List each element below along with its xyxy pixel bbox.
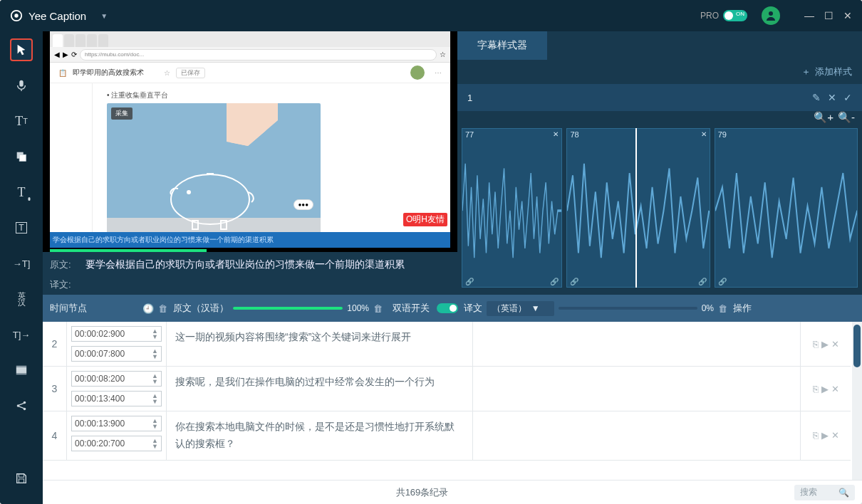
play-icon[interactable]: ▶ bbox=[821, 339, 829, 350]
svg-rect-5 bbox=[19, 154, 26, 161]
minimize-button[interactable]: — bbox=[804, 10, 814, 21]
link-icon[interactable]: 🔗 bbox=[718, 278, 727, 285]
row-ops: ⎘▶✕ bbox=[801, 322, 851, 366]
style-panel: 字幕样式器 ＋ 添加样式 1 ✎ ✕ ✓ 🔍+ bbox=[457, 31, 862, 295]
waveform-clip: 77 ✕ 🔗 🔗 bbox=[462, 128, 562, 288]
tool-layers[interactable] bbox=[10, 145, 33, 168]
svg-rect-7 bbox=[16, 367, 26, 374]
search-input[interactable]: 搜索 🔍 bbox=[794, 485, 855, 500]
row-index: 4 bbox=[43, 411, 67, 460]
main-area: ◀▶⟳ https://mubu.com/doc... ☆ 📋 即学即用的高效搜… bbox=[43, 31, 862, 504]
tool-export-text[interactable]: T]→ bbox=[10, 323, 33, 346]
titlebar: Yee Caption ▼ PRO ON — ☐ ✕ bbox=[0, 0, 862, 31]
trash-icon[interactable]: 🗑 bbox=[373, 303, 383, 314]
table-row[interactable]: 200:00:02:900▲▼00:00:07:800▲▼这一期的视频内容将围绕… bbox=[43, 322, 851, 367]
tool-microphone[interactable] bbox=[10, 74, 33, 97]
bilingual-toggle[interactable] bbox=[437, 303, 458, 313]
preview-taskbar: 学会根据自己的求职方向或者职业岗位的习惯来做一个前期的渠道积累 bbox=[50, 232, 450, 248]
row-trans-text[interactable] bbox=[473, 411, 801, 460]
play-icon[interactable]: ▶ bbox=[821, 384, 829, 394]
trash-icon[interactable]: 🗑 bbox=[718, 303, 727, 314]
trash-icon[interactable]: 🗑 bbox=[158, 303, 167, 314]
zoom-out-icon[interactable]: 🔍- bbox=[838, 111, 855, 124]
copy-icon[interactable]: ⎘ bbox=[813, 384, 819, 394]
style-item[interactable]: 1 ✎ ✕ ✓ bbox=[457, 84, 862, 111]
edit-icon[interactable]: ✎ bbox=[812, 92, 821, 103]
pro-toggle[interactable]: ON bbox=[723, 10, 747, 21]
app-title: Yee Caption bbox=[28, 10, 86, 22]
row-times: 00:00:08:200▲▼00:00:13:400▲▼ bbox=[67, 367, 167, 411]
link-icon[interactable]: 🔗 bbox=[698, 278, 707, 285]
start-time-input[interactable]: 00:00:13:900▲▼ bbox=[71, 416, 162, 431]
link-icon[interactable]: 🔗 bbox=[465, 278, 474, 285]
table-row[interactable]: 400:00:13:900▲▼00:00:20:700▲▼你在搜索本地电脑文件的… bbox=[43, 411, 851, 461]
row-trans-text[interactable] bbox=[473, 367, 801, 411]
table-row[interactable]: 300:00:08:200▲▼00:00:13:400▲▼搜索呢，是我们在操作电… bbox=[43, 367, 851, 411]
svg-point-15 bbox=[171, 174, 249, 224]
tool-share[interactable] bbox=[10, 394, 33, 417]
start-time-input[interactable]: 00:00:08:200▲▼ bbox=[71, 371, 162, 387]
svg-point-2 bbox=[769, 11, 773, 16]
col-trans-label: 译文 bbox=[464, 302, 482, 315]
delete-row-icon[interactable]: ✕ bbox=[831, 339, 839, 350]
playhead[interactable] bbox=[635, 128, 637, 288]
footer: 共169条纪录 搜索 🔍 bbox=[43, 480, 862, 504]
preview-progress bbox=[50, 249, 207, 252]
subtitle-table: 200:00:02:900▲▼00:00:07:800▲▼这一期的视频内容将围绕… bbox=[43, 322, 862, 504]
end-time-input[interactable]: 00:00:07:800▲▼ bbox=[71, 346, 162, 362]
row-index: 2 bbox=[43, 322, 67, 366]
user-avatar[interactable] bbox=[762, 6, 780, 25]
tool-video[interactable] bbox=[10, 359, 33, 382]
collect-button: 采集 bbox=[111, 107, 133, 120]
end-time-input[interactable]: 00:00:13:400▲▼ bbox=[71, 391, 162, 406]
row-orig-text[interactable]: 搜索呢，是我们在操作电脑的过程中经常会发生的一个行为 bbox=[167, 367, 473, 411]
row-trans-text[interactable] bbox=[473, 322, 801, 366]
svg-rect-9 bbox=[16, 374, 26, 375]
add-style-button[interactable]: ＋ 添加样式 bbox=[457, 60, 862, 84]
delete-row-icon[interactable]: ✕ bbox=[831, 384, 839, 394]
row-times: 00:00:02:900▲▼00:00:07:800▲▼ bbox=[67, 322, 167, 366]
delete-icon[interactable]: ✕ bbox=[828, 92, 836, 103]
titlebar-dropdown-icon[interactable]: ▼ bbox=[100, 12, 108, 20]
tool-cursor[interactable] bbox=[10, 38, 33, 61]
scrollbar-thumb[interactable] bbox=[853, 325, 861, 367]
trans-pct: 0% bbox=[702, 303, 714, 313]
video-preview[interactable]: ◀▶⟳ https://mubu.com/doc... ☆ 📋 即学即用的高效搜… bbox=[43, 31, 457, 252]
row-orig-text[interactable]: 你在搜索本地电脑文件的时候，是不是还是习惯性地打开系统默认的搜索框？ bbox=[167, 411, 473, 460]
tool-text-mic[interactable]: T bbox=[10, 181, 33, 204]
target-icon bbox=[10, 9, 23, 22]
link-icon[interactable]: 🔗 bbox=[570, 278, 578, 285]
svg-point-1 bbox=[14, 14, 18, 17]
confirm-icon[interactable]: ✓ bbox=[843, 92, 852, 103]
col-time-label: 时间节点 bbox=[50, 302, 87, 315]
orig-label: 原文: bbox=[50, 258, 78, 271]
tool-save[interactable] bbox=[10, 467, 33, 490]
clip-close-icon[interactable]: ✕ bbox=[701, 130, 707, 138]
scrollbar[interactable] bbox=[852, 322, 862, 480]
plus-icon: ＋ bbox=[801, 65, 811, 78]
lang-select[interactable]: （英语） ▼ bbox=[487, 301, 554, 316]
close-button[interactable]: ✕ bbox=[843, 10, 852, 21]
waveform-panel: 🔍+ 🔍- 77 ✕ 🔗 🔗 bbox=[457, 111, 862, 295]
tool-translate[interactable]: 英汉 bbox=[10, 288, 33, 310]
pro-toggle-label: ON bbox=[736, 11, 744, 17]
zoom-in-icon[interactable]: 🔍+ bbox=[814, 111, 834, 124]
row-ops: ⎘▶✕ bbox=[801, 367, 851, 411]
row-orig-text[interactable]: 这一期的视频内容将围绕“搜索”这个关键词来进行展开 bbox=[167, 322, 473, 366]
end-time-input[interactable]: 00:00:20:700▲▼ bbox=[71, 436, 162, 451]
clip-close-icon[interactable]: ✕ bbox=[553, 130, 559, 138]
copy-icon[interactable]: ⎘ bbox=[813, 339, 819, 350]
start-time-input[interactable]: 00:00:02:900▲▼ bbox=[71, 326, 162, 342]
link-icon[interactable]: 🔗 bbox=[550, 278, 559, 285]
tab-style-editor[interactable]: 字幕样式器 bbox=[457, 31, 547, 60]
play-icon[interactable]: ▶ bbox=[821, 430, 829, 441]
maximize-button[interactable]: ☐ bbox=[824, 10, 834, 21]
app-logo: Yee Caption bbox=[10, 9, 86, 22]
delete-row-icon[interactable]: ✕ bbox=[831, 430, 839, 441]
clock-icon[interactable]: 🕘 bbox=[142, 303, 154, 314]
tool-text[interactable]: TT bbox=[10, 110, 33, 132]
tool-import-text[interactable]: →T] bbox=[10, 252, 33, 275]
copy-icon[interactable]: ⎘ bbox=[813, 430, 819, 441]
waveform-clips[interactable]: 77 ✕ 🔗 🔗 78 ✕ 🔗 🔗 bbox=[462, 128, 858, 288]
tool-text-box[interactable]: T bbox=[10, 216, 33, 239]
